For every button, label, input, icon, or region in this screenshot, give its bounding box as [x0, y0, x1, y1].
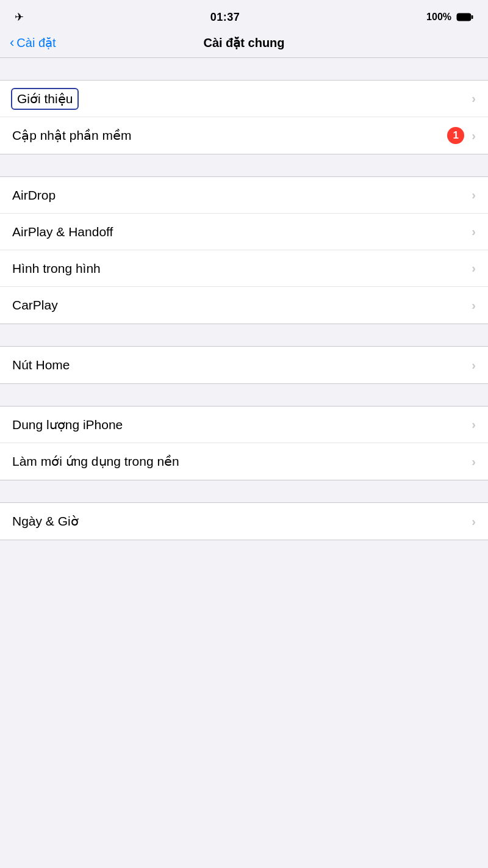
item-label-lam-moi-ung-dung: Làm mới ứng dụng trong nền	[12, 454, 179, 469]
section-connectivity: AirDrop › AirPlay & Handoff › Hình trong…	[0, 176, 488, 324]
item-label-dung-luong-iphone: Dung lượng iPhone	[12, 418, 123, 432]
status-time: 01:37	[210, 11, 240, 24]
list-item-nut-home[interactable]: Nút Home ›	[0, 347, 488, 383]
spacer-5	[0, 480, 488, 502]
spacer-4	[0, 384, 488, 406]
chevron-icon: ›	[472, 225, 476, 239]
chevron-icon: ›	[472, 298, 476, 313]
nav-bar: ‹ Cài đặt Cài đặt chung	[0, 31, 488, 58]
item-label-gioi-thieu: Giới thiệu	[12, 89, 77, 109]
battery-icon	[456, 13, 473, 21]
item-label-hinh-trong-hinh: Hình trong hình	[12, 261, 101, 276]
item-label-nut-home: Nút Home	[12, 358, 70, 372]
back-chevron-icon: ‹	[10, 35, 14, 51]
list-item-carplay[interactable]: CarPlay ›	[0, 287, 488, 324]
section-about: Giới thiệu › Cập nhật phần mềm 1 ›	[0, 80, 488, 154]
page-title: Cài đặt chung	[203, 35, 284, 50]
update-badge: 1	[447, 127, 464, 144]
chevron-icon: ›	[472, 515, 476, 529]
back-label: Cài đặt	[16, 35, 56, 50]
chevron-icon: ›	[472, 92, 476, 106]
chevron-icon: ›	[472, 188, 476, 202]
list-item-airplay-handoff[interactable]: AirPlay & Handoff ›	[0, 214, 488, 250]
chevron-icon: ›	[472, 129, 476, 143]
section-home-button: Nút Home ›	[0, 346, 488, 384]
svg-rect-0	[457, 13, 471, 21]
list-item-dung-luong-iphone[interactable]: Dung lượng iPhone ›	[0, 407, 488, 443]
spacer-bottom	[0, 540, 488, 562]
list-item-cap-nhat-phan-mem[interactable]: Cập nhật phần mềm 1 ›	[0, 117, 488, 154]
list-item-ngay-gio[interactable]: Ngày & Giờ ›	[0, 503, 488, 540]
section-storage: Dung lượng iPhone › Làm mới ứng dụng tro…	[0, 406, 488, 480]
list-item-airdrop[interactable]: AirDrop ›	[0, 177, 488, 214]
item-label-airplay-handoff: AirPlay & Handoff	[12, 225, 113, 239]
list-item-gioi-thieu[interactable]: Giới thiệu ›	[0, 81, 488, 117]
item-label-cap-nhat-phan-mem: Cập nhật phần mềm	[12, 128, 132, 143]
list-item-hinh-trong-hinh[interactable]: Hình trong hình ›	[0, 250, 488, 287]
chevron-icon: ›	[472, 358, 476, 372]
spacer-2	[0, 154, 488, 176]
battery-percentage: 100%	[426, 12, 451, 23]
chevron-icon: ›	[472, 261, 476, 275]
back-button[interactable]: ‹ Cài đặt	[10, 35, 56, 51]
item-label-airdrop: AirDrop	[12, 188, 56, 203]
status-right: 100%	[426, 12, 473, 23]
section-datetime: Ngày & Giờ ›	[0, 502, 488, 540]
chevron-icon: ›	[472, 455, 476, 469]
item-label-ngay-gio: Ngày & Giờ	[12, 514, 79, 529]
svg-rect-1	[472, 15, 473, 19]
chevron-icon: ›	[472, 418, 476, 432]
status-bar: ✈ 01:37 100%	[0, 0, 488, 31]
spacer-3	[0, 324, 488, 346]
list-item-lam-moi-ung-dung[interactable]: Làm mới ứng dụng trong nền ›	[0, 443, 488, 480]
spacer-1	[0, 58, 488, 80]
airplane-mode-icon: ✈	[15, 10, 24, 24]
item-label-carplay: CarPlay	[12, 298, 58, 313]
